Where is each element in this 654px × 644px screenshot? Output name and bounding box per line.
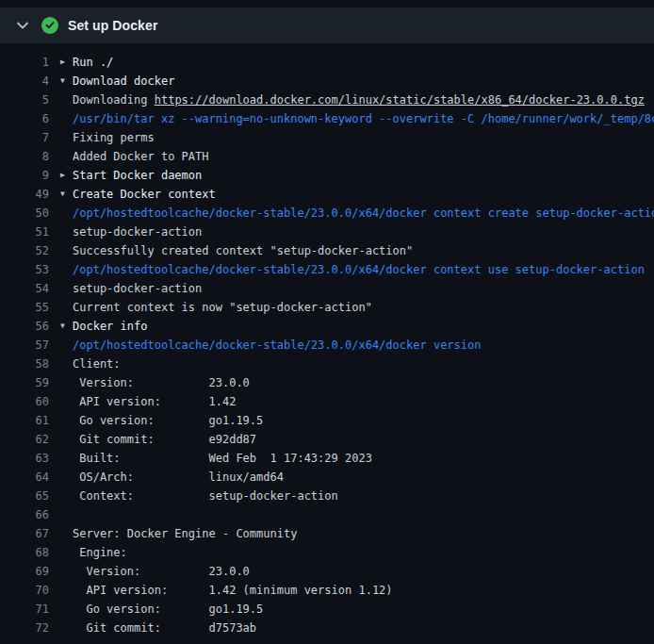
log-text: /opt/hostedtoolcache/docker-stable/23.0.… bbox=[73, 204, 654, 223]
line-number[interactable]: 63 bbox=[0, 449, 49, 468]
log-plain-text: Start Docker daemon bbox=[73, 169, 202, 182]
log-text: Added Docker to PATH bbox=[73, 147, 654, 166]
log-line: 7Fixing perms bbox=[0, 128, 654, 147]
group-collapsed-triangle-icon[interactable]: ▶ bbox=[60, 53, 73, 72]
log-line: 59 Version: 23.0.0 bbox=[0, 373, 654, 392]
log-plain-text: Git commit: d7573ab bbox=[73, 621, 256, 635]
line-number[interactable]: 58 bbox=[0, 355, 49, 373]
log-line: 6/usr/bin/tar xz --warning=no-unknown-ke… bbox=[0, 109, 654, 128]
line-number[interactable]: 62 bbox=[0, 430, 49, 449]
log-plain-text: Fixing perms bbox=[73, 131, 155, 144]
log-text: Go version: go1.19.5 bbox=[73, 600, 654, 619]
log-plain-text: Built: Wed Feb 1 17:43:29 2023 bbox=[73, 452, 372, 465]
line-number[interactable]: 51 bbox=[0, 223, 49, 241]
log-text: Context: setup-docker-action bbox=[73, 487, 654, 505]
line-number[interactable]: 60 bbox=[0, 392, 49, 411]
group-expanded-triangle-icon[interactable]: ▼ bbox=[60, 185, 73, 204]
log-text: API version: 1.42 bbox=[73, 392, 654, 411]
line-number[interactable]: 67 bbox=[0, 524, 49, 543]
log-text: /opt/hostedtoolcache/docker-stable/23.0.… bbox=[73, 260, 654, 279]
log-text: /opt/hostedtoolcache/docker-stable/23.0.… bbox=[73, 336, 654, 355]
line-number[interactable]: 50 bbox=[0, 204, 49, 223]
log-line: 64 OS/Arch: linux/amd64 bbox=[0, 468, 654, 487]
line-number[interactable]: 8 bbox=[0, 147, 49, 166]
log-text: Download docker bbox=[73, 72, 654, 91]
log-group-line[interactable]: 56▼Docker info bbox=[0, 317, 654, 336]
log-plain-text: Successfully created context "setup-dock… bbox=[73, 244, 413, 257]
log-plain-text: Current context is now "setup-docker-act… bbox=[73, 301, 372, 314]
step-header[interactable]: Set up Docker bbox=[0, 8, 654, 43]
log-line: 68 Engine: bbox=[0, 543, 654, 562]
log-text: setup-docker-action bbox=[73, 279, 654, 298]
line-number[interactable]: 71 bbox=[0, 600, 49, 619]
log-plain-text: API version: 1.42 (minimum version 1.12) bbox=[73, 584, 393, 597]
log-plain-text: Version: 23.0.0 bbox=[73, 565, 250, 578]
log-url-link[interactable]: https://download.docker.com/linux/static… bbox=[155, 93, 645, 107]
log-line: 58Client: bbox=[0, 355, 654, 373]
log-line: 52Successfully created context "setup-do… bbox=[0, 241, 654, 260]
line-number[interactable]: 7 bbox=[0, 128, 49, 147]
chevron-down-icon[interactable] bbox=[15, 18, 30, 33]
line-number[interactable]: 66 bbox=[0, 505, 49, 524]
line-number[interactable]: 64 bbox=[0, 468, 49, 487]
log-plain-text: Run ./ bbox=[73, 56, 113, 69]
line-number[interactable]: 72 bbox=[0, 619, 49, 637]
group-expanded-triangle-icon[interactable]: ▼ bbox=[60, 317, 73, 336]
log-text: Current context is now "setup-docker-act… bbox=[73, 298, 654, 317]
log-group-line[interactable]: 1▶Run ./ bbox=[0, 53, 654, 72]
log-command-text: /usr/bin/tar xz --warning=no-unknown-key… bbox=[73, 112, 654, 125]
line-number[interactable]: 53 bbox=[0, 260, 49, 279]
step-title: Set up Docker bbox=[68, 18, 157, 33]
log-plain-text: Docker info bbox=[73, 320, 147, 333]
line-number[interactable]: 49 bbox=[0, 185, 49, 204]
line-number[interactable]: 70 bbox=[0, 581, 49, 600]
line-number[interactable]: 68 bbox=[0, 543, 49, 562]
log-text: OS/Arch: linux/amd64 bbox=[73, 468, 654, 487]
line-number[interactable]: 5 bbox=[0, 91, 49, 109]
log-line: 69 Version: 23.0.0 bbox=[0, 562, 654, 581]
log-line: 57/opt/hostedtoolcache/docker-stable/23.… bbox=[0, 336, 654, 355]
line-number[interactable]: 69 bbox=[0, 562, 49, 581]
line-number[interactable]: 52 bbox=[0, 241, 49, 260]
line-number[interactable]: 56 bbox=[0, 317, 49, 336]
log-text: Downloading https://download.docker.com/… bbox=[73, 91, 654, 109]
log-text: Git commit: d7573ab bbox=[73, 619, 654, 637]
log-line: 71 Go version: go1.19.5 bbox=[0, 600, 654, 619]
log-line: 51setup-docker-action bbox=[0, 223, 654, 241]
log-text: Run ./ bbox=[73, 53, 654, 72]
group-expanded-triangle-icon[interactable]: ▼ bbox=[60, 72, 73, 91]
log-plain-text: setup-docker-action bbox=[73, 282, 202, 295]
log-command-text: /opt/hostedtoolcache/docker-stable/23.0.… bbox=[73, 339, 481, 352]
log-group-line[interactable]: 49▼Create Docker context bbox=[0, 185, 654, 204]
line-number[interactable]: 65 bbox=[0, 487, 49, 505]
line-number[interactable]: 1 bbox=[0, 53, 49, 72]
log-line: 50/opt/hostedtoolcache/docker-stable/23.… bbox=[0, 204, 654, 223]
line-number[interactable]: 59 bbox=[0, 373, 49, 392]
log-plain-text: Go version: go1.19.5 bbox=[73, 414, 263, 427]
log-plain-text: Engine: bbox=[73, 546, 127, 559]
log-line: 8Added Docker to PATH bbox=[0, 147, 654, 166]
group-collapsed-triangle-icon[interactable]: ▶ bbox=[60, 166, 73, 185]
log-plain-text: Create Docker context bbox=[73, 188, 216, 201]
log-line: 63 Built: Wed Feb 1 17:43:29 2023 bbox=[0, 449, 654, 468]
log-plain-text: Downloading bbox=[73, 93, 155, 107]
line-number[interactable]: 9 bbox=[0, 166, 49, 185]
line-number[interactable]: 55 bbox=[0, 298, 49, 317]
log-line: 65 Context: setup-docker-action bbox=[0, 487, 654, 505]
line-number[interactable]: 6 bbox=[0, 109, 49, 128]
log-plain-text: Go version: go1.19.5 bbox=[73, 603, 263, 616]
line-number[interactable]: 4 bbox=[0, 72, 49, 91]
log-text: Go version: go1.19.5 bbox=[73, 411, 654, 430]
log-group-line[interactable]: 4▼Download docker bbox=[0, 72, 654, 91]
log-command-text: /opt/hostedtoolcache/docker-stable/23.0.… bbox=[73, 206, 654, 220]
log-line: 54setup-docker-action bbox=[0, 279, 654, 298]
log-line: 5Downloading https://download.docker.com… bbox=[0, 91, 654, 109]
line-number[interactable]: 57 bbox=[0, 336, 49, 355]
log-line: 62 Git commit: e92dd87 bbox=[0, 430, 654, 449]
log-line: 70 API version: 1.42 (minimum version 1.… bbox=[0, 581, 654, 600]
log-group-line[interactable]: 9▶Start Docker daemon bbox=[0, 166, 654, 185]
line-number[interactable]: 54 bbox=[0, 279, 49, 298]
log-text: /usr/bin/tar xz --warning=no-unknown-key… bbox=[73, 109, 654, 128]
line-number[interactable]: 61 bbox=[0, 411, 49, 430]
log-line: 53/opt/hostedtoolcache/docker-stable/23.… bbox=[0, 260, 654, 279]
